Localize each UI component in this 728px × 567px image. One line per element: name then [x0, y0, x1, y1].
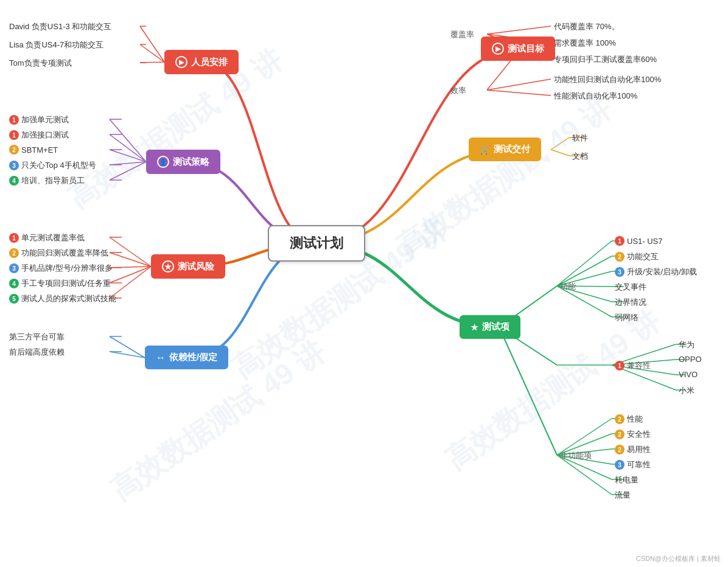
personnel-label: 人员安排: [191, 57, 228, 68]
svg-line-4: [140, 62, 164, 63]
center-node: 测试计划: [268, 225, 365, 262]
center-label: 测试计划: [290, 234, 343, 252]
svg-line-39: [551, 150, 569, 156]
leaf-nf1: 2 性能: [615, 414, 643, 425]
leaf-f1: 1 US1- US7: [615, 236, 663, 246]
svg-line-35: [487, 79, 551, 90]
leaf-r2: 2 功能回归测试覆盖率降低: [9, 248, 108, 259]
leaf-g4: 功能性回归测试自动化率100%: [554, 74, 661, 85]
badge-r2: 2: [9, 248, 19, 258]
svg-line-12: [110, 162, 146, 165]
nonfunc-group-label: 非功能项: [560, 450, 592, 461]
leaf-nf6: 流量: [615, 490, 631, 501]
badge-r3: 3: [9, 263, 19, 273]
badge-r5: 5: [9, 294, 19, 304]
leaf-d1: 第三方平台可靠: [9, 332, 65, 343]
leaf-f3: 3 升级/安装/启动/卸载: [615, 266, 697, 277]
leaf-g3: 专项回归手工测试覆盖率60%: [554, 54, 657, 65]
goal-icon: ▶: [492, 43, 504, 55]
leaf-c2: OPPO: [679, 355, 702, 364]
leaf-r4: 4 手工专项回归测试/任务重: [9, 278, 111, 289]
leaf-f2: 2 功能交互: [615, 251, 659, 262]
leaf-del2: 文档: [572, 151, 588, 162]
svg-line-6: [110, 119, 146, 162]
footer: CSDN@办公模板库 | 素材蛙: [636, 554, 721, 563]
strategy-node: 👤 测试策略: [146, 150, 220, 174]
compat-group-label: 1 兼容性: [615, 360, 651, 371]
leaf-lisa: Lisa 负责US4-7和功能交互: [9, 40, 103, 50]
svg-line-64: [499, 327, 557, 455]
goal-label: 测试目标: [508, 43, 544, 55]
functional-group-label: 功能: [560, 281, 576, 292]
badge-s3: 2: [9, 145, 19, 155]
svg-line-0: [140, 26, 164, 62]
badge-s4: 3: [9, 161, 19, 170]
leaf-tom: Tom负责专项测试: [9, 58, 72, 69]
svg-line-31: [487, 26, 551, 34]
svg-line-42: [557, 241, 612, 286]
goal-group-efficiency: 效率: [450, 85, 466, 96]
svg-line-18: [110, 252, 151, 266]
dependency-node: ↔ 依赖性/假定: [145, 346, 228, 369]
personnel-node: ▶ 人员安排: [164, 50, 239, 74]
leaf-f4: 交叉事件: [615, 282, 646, 293]
goal-group-coverage: 覆盖率: [450, 29, 474, 40]
badge-f2: 2: [615, 252, 625, 262]
badge-compat: 1: [615, 361, 625, 370]
dependency-label: 依赖性/假定: [169, 352, 217, 363]
testitems-node: ★ 测试项: [460, 315, 520, 339]
watermark-3: 高效数据测试 49 讲: [389, 89, 619, 266]
risk-node: ★ 测试风险: [151, 254, 225, 279]
leaf-nf5: 耗电量: [615, 475, 639, 485]
svg-line-37: [551, 137, 569, 150]
leaf-g1: 代码覆盖率 70%。: [554, 21, 620, 32]
testitems-label: 测试项: [482, 321, 509, 333]
svg-line-22: [110, 266, 151, 283]
leaf-nf4: 3 可靠性: [615, 459, 651, 470]
leaf-s1: 1 加强单元测试: [9, 114, 69, 125]
svg-line-28: [110, 352, 145, 358]
svg-line-10: [110, 150, 146, 162]
strategy-icon: 👤: [157, 156, 169, 168]
leaf-nf3: 2 易用性: [615, 444, 651, 455]
badge-r4: 4: [9, 279, 19, 288]
delivery-icon: 🛒: [480, 145, 490, 155]
leaf-c3: VIVO: [679, 370, 698, 379]
leaf-c4: 小米: [679, 385, 695, 396]
leaf-s3: 2 SBTM+ET: [9, 145, 58, 155]
badge-f3: 3: [615, 267, 625, 277]
leaf-g2: 需求覆盖率 100%: [554, 38, 616, 49]
personnel-icon: ▶: [175, 56, 187, 68]
leaf-s2: 1 加强接口测试: [9, 130, 69, 141]
svg-line-14: [110, 162, 146, 180]
delivery-node: 🛒 测试交付: [469, 137, 541, 161]
testitems-icon: ★: [471, 322, 478, 332]
leaf-d2: 前后端高度依赖: [9, 347, 65, 358]
strategy-label: 测试策略: [173, 156, 209, 168]
leaf-g5: 性能测试自动化率100%: [554, 91, 637, 102]
svg-line-16: [110, 237, 151, 266]
leaf-f5: 边界情况: [615, 297, 646, 308]
leaf-nf2: 2 安全性: [615, 429, 651, 440]
svg-line-8: [110, 134, 146, 162]
leaf-r5: 5 测试人员的探索式测试技能: [9, 293, 116, 304]
leaf-s4: 3 只关心Top 4手机型号: [9, 160, 96, 171]
badge-r1: 1: [9, 233, 19, 243]
leaf-david: David 负责US1-3 和功能交互: [9, 21, 111, 32]
svg-line-2: [140, 44, 164, 62]
badge-nf1: 2: [615, 414, 625, 424]
svg-line-36: [487, 90, 551, 96]
badge-s1: 1: [9, 115, 19, 125]
risk-icon: ★: [162, 260, 174, 273]
svg-line-20: [110, 266, 151, 268]
dependency-icon: ↔: [156, 352, 166, 363]
leaf-r3: 3 手机品牌/型号/分辨率很多: [9, 263, 113, 274]
goal-node: ▶ 测试目标: [481, 37, 555, 61]
delivery-label: 测试交付: [494, 144, 530, 155]
badge-s5: 4: [9, 176, 19, 186]
leaf-r1: 1 单元测试覆盖率低: [9, 232, 85, 243]
risk-label: 测试风险: [178, 261, 214, 273]
mindmap-canvas: 高效数据测试 49 讲 高效数据测试 49 讲 高效数据测试 49 讲 高效数据…: [0, 0, 728, 567]
leaf-del1: 软件: [572, 133, 588, 144]
leaf-f6: 弱网络: [615, 312, 639, 323]
